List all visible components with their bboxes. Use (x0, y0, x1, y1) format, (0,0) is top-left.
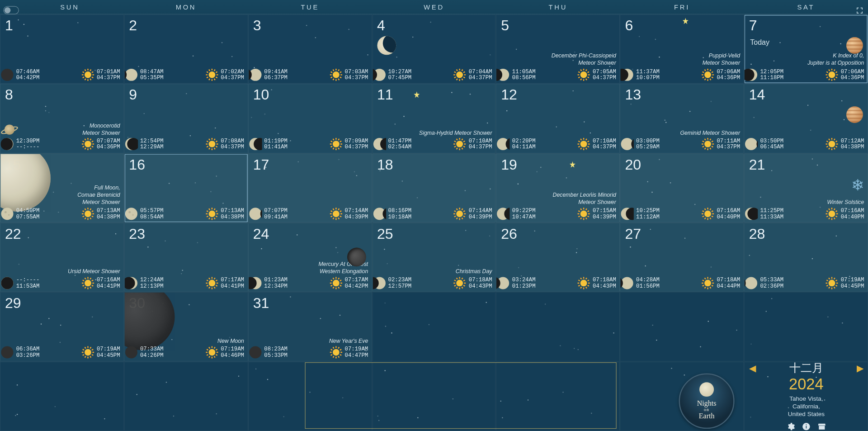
settings-icon[interactable] (786, 422, 795, 431)
svg-line-268 (462, 218, 463, 219)
day-cell-15[interactable]: 15Full Moon,Comae BerenicidMeteor Shower… (0, 153, 124, 223)
moon-phase-icon (373, 276, 386, 289)
day-cell-4[interactable]: 4 10:27AM07:45PM 07:04AM04:37PM (372, 14, 496, 84)
day-cell-22[interactable]: 22Ursid Meteor Shower --:----11:53AM 07:… (0, 223, 124, 292)
svg-line-71 (579, 77, 580, 78)
day-cell-14[interactable]: 14 03:50PM06:45AM 07:12AM04:38PM (744, 84, 868, 153)
year-label: 2024 (745, 376, 868, 393)
event-text: MonocerotidMeteor Shower (82, 122, 120, 136)
view-toggle[interactable] (3, 6, 19, 14)
dow-thu: THU (496, 3, 620, 11)
event-text: New Year's Eve (329, 337, 368, 345)
moonset-time: 07:55AM (16, 213, 40, 219)
svg-line-222 (90, 218, 91, 219)
rise-set-times: 08:23AM05:33PM 07:19AM04:47PM (249, 345, 372, 360)
svg-point-65 (580, 71, 587, 78)
day-cell-21[interactable]: 21Winter Solstice❄ 11:25PM11:33AM 07:16A… (744, 153, 868, 223)
svg-line-118 (85, 148, 85, 149)
day-cell-18[interactable]: 18 08:16PM10:18AM 07:14AM04:39PM (372, 153, 496, 223)
svg-line-58 (457, 69, 458, 71)
moon-phase-icon (745, 68, 758, 81)
day-cell-27[interactable]: 27 04:28AM01:56PM 07:18AM04:44PM (620, 223, 744, 292)
day-cell-16[interactable]: 16 05:57PM08:54AM 07:13AM04:38PM (124, 153, 248, 223)
fullscreen-icon[interactable] (856, 6, 863, 14)
day-cell-3[interactable]: 3 09:41AM06:37PM 07:03AM04:37PM (248, 14, 372, 84)
moonset-time: 11:33AM (760, 213, 783, 219)
day-number: 14 (749, 86, 765, 104)
logo[interactable]: Nights on Earth (679, 374, 735, 429)
svg-line-22 (209, 79, 210, 80)
day-cell-24[interactable]: 24Mercury At GreatestWestern Elongation … (248, 223, 372, 292)
day-cell-1[interactable]: 1 07:46AM04:42PM 07:01AM04:37PM (0, 14, 124, 84)
day-cell-11[interactable]: 11Sigma-Hydrid Meteor Shower 01:47PM02:5… (372, 84, 496, 153)
next-month-button[interactable]: ▶ (857, 363, 863, 373)
svg-line-259 (333, 208, 334, 210)
sun-icon (81, 207, 94, 220)
store-icon[interactable] (817, 422, 826, 431)
svg-line-379 (457, 287, 458, 288)
day-cell-29[interactable]: 29 06:36AM03:26PM 07:19AM04:45PM (0, 292, 124, 362)
day-cell-17[interactable]: 17 07:07PM09:41AM 07:14AM04:39PM (248, 153, 372, 223)
sunset-time: 04:38PM (221, 213, 244, 219)
info-icon[interactable] (802, 422, 811, 431)
moon-phase-icon (496, 68, 510, 81)
day-cell-19[interactable]: 19December Leonis MinoridMeteor Shower 0… (496, 153, 620, 223)
day-cell-31[interactable]: 31New Year's Eve 08:23AM05:33PM 07:19AM0… (248, 292, 372, 362)
prev-month-button[interactable]: ◀ (749, 363, 756, 373)
svg-line-102 (829, 79, 830, 80)
svg-line-12 (90, 69, 91, 71)
day-number: 18 (377, 156, 393, 173)
svg-line-73 (579, 71, 580, 72)
day-number: 21 (749, 156, 765, 173)
moonrise-time: 11:37AM (636, 69, 660, 75)
day-cell-7[interactable]: 7TodayK Index of 0,Jupiter is at Opposit… (744, 14, 868, 84)
svg-point-464 (332, 349, 339, 356)
day-cell-30[interactable]: 30New Moon 07:33AM04:26PM 07:19AM04:46PM (124, 292, 248, 362)
day-cell-10[interactable]: 10 01:19PM01:41AM 07:09AM04:37PM (248, 84, 372, 153)
svg-line-124 (90, 139, 91, 140)
svg-line-276 (462, 208, 463, 210)
svg-point-218 (8, 214, 9, 215)
day-cell-26[interactable]: 26 03:24AM01:23PM 07:18AM04:43PM (496, 223, 620, 292)
svg-line-84 (710, 79, 711, 80)
sunrise-time: 07:07AM (97, 138, 120, 144)
moonset-time: 12:34PM (264, 283, 288, 289)
svg-line-70 (581, 79, 582, 80)
rise-set-times: 11:37AM10:07PM 07:06AM04:36PM (621, 67, 744, 82)
day-cell-6[interactable]: 6Puppid-VelidMeteor Shower 11:37AM10:07P… (620, 14, 744, 84)
svg-line-329 (90, 287, 91, 288)
moon-phase-icon (621, 68, 634, 81)
svg-line-211 (826, 141, 828, 142)
day-cell-13[interactable]: 13Geminid Meteor Shower 03:00PM05:29AM 0… (620, 84, 744, 153)
rise-set-times: 12:30PM--:---- 07:07AM04:36PM (0, 137, 123, 152)
day-cell-2[interactable]: 2 08:47AM05:35PM 07:02AM04:37PM (124, 14, 248, 84)
day-cell-23[interactable]: 23 12:24AM12:13PM 07:17AM04:41PM (124, 223, 248, 292)
day-cell-8[interactable]: 8MonocerotidMeteor Shower 12:30PM--:----… (0, 84, 124, 153)
rise-set-times: 01:23AM12:34PM 07:17AM04:42PM (249, 275, 372, 290)
sun-icon (825, 68, 839, 81)
day-cell-5[interactable]: 5December Phi-CassiopeidMeteor Shower 11… (496, 14, 620, 84)
svg-line-42 (333, 69, 334, 71)
svg-line-161 (462, 148, 463, 149)
svg-line-337 (90, 278, 91, 279)
svg-point-233 (128, 211, 131, 213)
day-cell-empty (0, 361, 124, 431)
day-cell-9[interactable]: 9 12:54PM12:29AM 07:08AM04:37PM (124, 84, 248, 153)
svg-line-408 (712, 285, 713, 286)
svg-line-6 (85, 79, 85, 80)
sunset-time: 04:41PM (221, 283, 244, 289)
svg-line-60 (462, 69, 463, 71)
day-cell-20[interactable]: 20 10:25PM11:12AM 07:16AM04:40PM (620, 153, 744, 223)
jupiter-icon (846, 107, 863, 123)
svg-point-15 (125, 69, 137, 81)
day-cell-12[interactable]: 12 02:20PM04:11AM 07:10AM04:37PM (496, 84, 620, 153)
moon-phase-icon (125, 276, 138, 289)
dow-mon: MON (124, 3, 248, 11)
svg-point-449 (125, 346, 137, 359)
day-cell-25[interactable]: 25Christmas Day 02:23AM12:57PM 07:18AM04… (372, 223, 496, 292)
sunrise-time: 07:05AM (593, 69, 616, 75)
svg-line-19 (216, 77, 217, 78)
moonset-time: 01:23PM (512, 283, 536, 289)
day-cell-28[interactable]: 28 05:33AM02:36PM 07:19AM04:45PM (744, 223, 868, 292)
svg-line-418 (712, 280, 713, 281)
